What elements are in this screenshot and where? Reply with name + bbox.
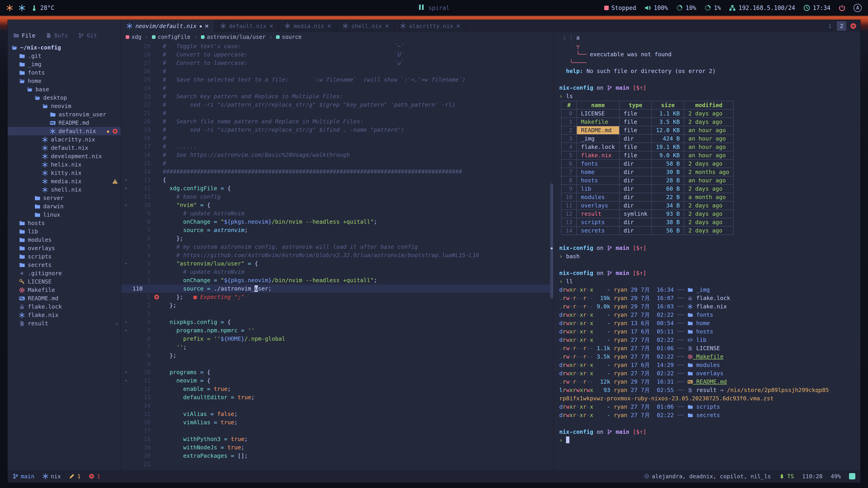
tree-item-fonts[interactable]: fonts [8, 68, 121, 77]
tree-item-LICENSE[interactable]: LICENSE [8, 278, 121, 286]
tab-close-icon[interactable]: × [269, 23, 273, 29]
tree-item-modules[interactable]: modules [8, 236, 121, 244]
clock-module[interactable]: 17:34 [803, 4, 831, 11]
tab-close-icon[interactable]: × [456, 23, 460, 29]
nix-icon [285, 23, 290, 29]
tabpage-1-button[interactable]: 1 [825, 21, 835, 31]
tree-item-_img[interactable]: _img [8, 60, 121, 68]
breadcrumb-item[interactable]: xdg [126, 34, 141, 40]
line-number: 2 [131, 301, 151, 310]
tree-item-alacritty.nix[interactable]: alacritty.nix [8, 135, 121, 144]
folder-icon [687, 312, 693, 318]
line-number: 29 [131, 42, 151, 51]
tree-item-.git[interactable]: .git [8, 52, 121, 60]
recording-status-module[interactable]: Stopped [604, 4, 636, 11]
tree-item-secrets[interactable]: secrets [8, 261, 121, 269]
tab-close-icon[interactable]: × [327, 23, 331, 29]
terminal-pane[interactable]: 1 │ a · ┬ · ╰── executable was not found… [554, 32, 860, 470]
tree-item-default.nix[interactable]: default.nix [8, 144, 121, 152]
editor-pane[interactable]: xdg›configFile›astronvim/lua/user›source… [121, 32, 554, 470]
tree-item-result[interactable]: result○ [8, 319, 121, 328]
nixos-logo-icon[interactable] [6, 4, 13, 11]
tree-item-scripts[interactable]: scripts [8, 252, 121, 261]
volume-module[interactable]: 100% [644, 4, 668, 11]
editor-tab-alacritty.nix[interactable]: alacritty.nix× [395, 20, 466, 32]
explorer-tab-bufs[interactable]: Bufs [46, 32, 68, 39]
prompt-line: nix-config on main [$↑] [559, 428, 860, 436]
close-all-button[interactable] [850, 23, 857, 29]
terminal-cursor[interactable] [566, 436, 569, 443]
fold-marker[interactable]: ▾ [121, 326, 131, 335]
breadcrumb-separator: › [145, 34, 148, 40]
fold-marker [121, 360, 131, 368]
breadcrumb-item[interactable]: astronvim/lua/user [201, 34, 266, 40]
tree-item-README.md[interactable]: README.md [8, 294, 121, 302]
tree-item-flake.nix[interactable]: flake.nix [8, 311, 121, 319]
fold-marker[interactable]: ▾ [121, 201, 131, 209]
breadcrumb-item[interactable]: configFile [152, 34, 191, 40]
breadcrumb-item[interactable]: source [276, 34, 302, 40]
power-icon[interactable] [839, 4, 845, 11]
fold-marker[interactable]: ▾ [121, 377, 131, 385]
tree-item-.gitignore[interactable]: .gitignore [8, 269, 121, 278]
tree-item-astronvim_user[interactable]: astronvim_user [8, 110, 121, 119]
breadcrumb-separator: › [269, 34, 272, 40]
tree-item-desktop[interactable]: desktop [8, 94, 121, 102]
fold-marker[interactable]: ▾ [121, 184, 131, 193]
network-module[interactable]: 192.168.5.100/24 [729, 4, 795, 11]
fold-marker[interactable]: ▾ [121, 318, 131, 326]
fold-marker[interactable]: ▾ [121, 259, 131, 268]
tab-close-icon[interactable]: × [385, 23, 389, 29]
tree-item-neovim[interactable]: neovim [8, 102, 121, 110]
file-name: secrets [693, 412, 720, 418]
tree-item-home[interactable]: home [8, 77, 121, 85]
tree-item-lib[interactable]: lib [8, 227, 121, 236]
tabpage-2-button[interactable]: 2 [837, 21, 846, 31]
tree-item-darwin[interactable]: darwin [8, 202, 121, 210]
tree-item-helix.nix[interactable]: helix.nix [8, 160, 121, 169]
tree-item-development.nix[interactable]: development.nix [8, 152, 121, 160]
tree-item-base[interactable]: base [8, 85, 121, 94]
fold-marker[interactable]: ▾ [121, 176, 131, 184]
explorer-tab-file[interactable]: File [13, 32, 35, 39]
line-number: 10 [131, 368, 151, 377]
tab-close-icon[interactable]: × [205, 23, 209, 29]
tree-item-~/nix-config[interactable]: ~/nix-config [8, 43, 121, 52]
tree-item-kitty.nix[interactable]: kitty.nix [8, 169, 121, 177]
mode-indicator-block [849, 473, 855, 480]
tree-item-linux[interactable]: linux [8, 210, 121, 219]
snowflake-icon[interactable] [19, 4, 25, 11]
tree-item-server[interactable]: server [8, 194, 121, 202]
code-line: 11 # base config [121, 193, 553, 201]
cpu-module[interactable]: 1% [704, 4, 721, 11]
editor-tab-default.nix[interactable]: default.nix× [215, 20, 279, 32]
fold-marker[interactable]: ▾ [121, 368, 131, 377]
ls-table: #nametypesizemodified0LICENSEfile1.1 KB2… [561, 101, 734, 235]
editor-tab-neovim/default.nix[interactable]: neovim/default.nix●× [121, 20, 215, 32]
tree-item-shell.nix[interactable]: shell.nix [8, 186, 121, 194]
keyboard-layout-indicator[interactable]: A [854, 4, 862, 12]
code-area[interactable]: 29# Toggle text's case: `~`28# Convert t… [121, 42, 553, 470]
tree-item-Makefile[interactable]: Makefile [8, 286, 121, 294]
tree-item-README.md[interactable]: README.md [8, 119, 121, 127]
tree-item-default.nix[interactable]: default.nix● [8, 127, 121, 135]
sign-column [151, 209, 163, 218]
nix-icon [42, 187, 48, 193]
disk-module[interactable]: 10% [676, 4, 696, 11]
tree-item-hosts[interactable]: hosts [8, 219, 121, 227]
editor-tab-shell.nix[interactable]: shell.nix× [337, 20, 395, 32]
scrollbar-thumb[interactable] [550, 183, 553, 299]
tree-item-overlays[interactable]: overlays [8, 244, 121, 252]
fold-marker [121, 310, 131, 318]
temperature-module[interactable]: 28°C [31, 4, 55, 11]
ll-row: drwxr-xr-x - ryan 17 6月 05:11 ── hosts [559, 327, 860, 336]
tree-item-media.nix[interactable]: media.nix [8, 177, 121, 186]
editor-tab-media.nix[interactable]: media.nix× [279, 20, 337, 32]
ll-row: drwxr-xr-x - ryan 27 7月 01:06 ── scripts [559, 402, 860, 411]
code-line: ▾12 xdg.configFile = { [121, 184, 553, 193]
folder-icon [687, 371, 693, 376]
ll-row: .rw-r--r-- 1.1k ryan 27 7月 01:06 ── LICE… [559, 344, 860, 352]
explorer-tab-git[interactable]: Git [78, 32, 97, 39]
tree-item-flake.lock[interactable]: flake.lock [8, 302, 121, 311]
sign-column [151, 201, 163, 209]
